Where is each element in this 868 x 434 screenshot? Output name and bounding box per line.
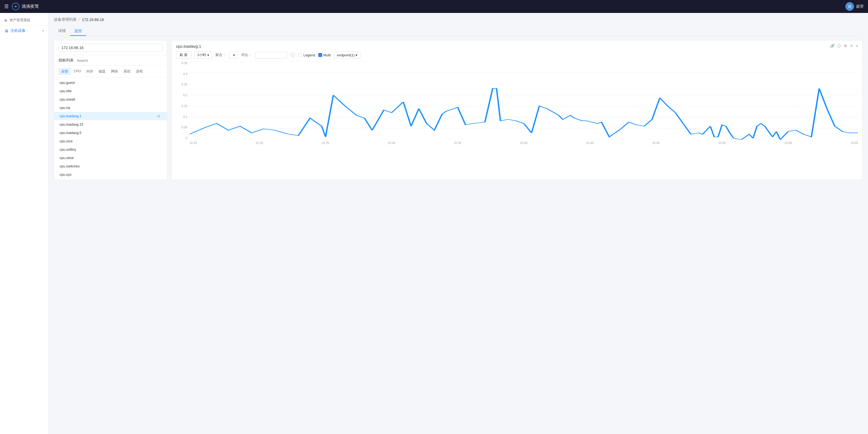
category-tabs: 全部 CPU 内存 磁盘 网络 系统 进程 (54, 66, 167, 78)
main-content: 设备管理列表 / 172.16.66.16 详情 监控 指标列表 全部 (49, 13, 868, 434)
chevron-down-icon: ▾ (42, 29, 44, 33)
metric-item[interactable]: cpu.nice (54, 137, 167, 145)
sidebar-item-label: 主机设备 (10, 28, 40, 33)
cat-tab-memory[interactable]: 内存 (84, 68, 96, 75)
x-axis-label: 22:35 (454, 141, 462, 148)
chevron-down-icon: ▾ (233, 53, 235, 57)
metric-item[interactable]: cpu.softirq (54, 145, 167, 154)
tab-detail[interactable]: 详情 (54, 26, 70, 36)
breadcrumb-separator: / (79, 18, 80, 22)
app-title: 滴滴夜莺 (22, 4, 39, 9)
aggregate-label: 聚合： (215, 53, 226, 57)
breadcrumb-current: 172.16.66.16 (82, 18, 104, 22)
metric-item[interactable]: cpu.iowait (54, 95, 167, 103)
x-axis: 22:1522:2022:2522:3022:3522:4022:4522:50… (189, 141, 858, 148)
y-axis: 0.350.30.250.20.150.10.050 (176, 61, 189, 140)
cat-tab-all[interactable]: 全部 (59, 68, 71, 75)
chart-header: cpu.loadavg.1 🔗 ⓘ ⚙ ✕ ≡ (176, 44, 858, 49)
breadcrumb-parent[interactable]: 设备管理列表 (54, 17, 76, 22)
host-icon: 🖥 (4, 29, 8, 33)
metric-item[interactable]: cpu.irq (54, 103, 167, 112)
more-icon[interactable]: ≡ (856, 44, 858, 49)
x-axis-label: 22:45 (586, 141, 594, 148)
endpoint-value: endpoint(1) (337, 53, 355, 57)
search-input[interactable] (77, 59, 162, 63)
chevron-down-icon: ▾ (355, 53, 358, 57)
metric-item[interactable]: cpu.sys (54, 170, 167, 179)
y-axis-label: 0.05 (182, 126, 187, 129)
chart-toolbar: 刷 新 1小时 ▾ 聚合： ▾ 环比： i Legend ✓ (176, 51, 858, 59)
breadcrumb: 设备管理列表 / 172.16.66.16 (54, 17, 863, 22)
metric-item[interactable]: cpu.idle (54, 87, 167, 95)
y-axis-label: 0.25 (182, 83, 187, 86)
multi-checkbox[interactable]: ✓ (318, 53, 322, 57)
sidebar-system-icon: ⊞ (4, 18, 7, 22)
cat-tab-disk[interactable]: 磁盘 (96, 68, 108, 75)
x-axis-label: 22:15 (189, 141, 197, 148)
x-axis-label: 23:00 (784, 141, 792, 148)
x-axis-label: 22:25 (321, 141, 329, 148)
metric-item[interactable]: cpu.loadavg.5 (54, 129, 167, 137)
metric-item[interactable]: cpu.guest (54, 79, 167, 87)
top-navbar: ☰ 滴滴夜莺 超 超管 (0, 0, 868, 13)
cat-tab-system[interactable]: 系统 (121, 68, 133, 75)
x-axis-label: 22:40 (520, 141, 528, 148)
chart-svg (189, 61, 858, 140)
x-axis-label: 22:55 (718, 141, 726, 148)
compare-input[interactable] (255, 52, 287, 59)
cat-tab-network[interactable]: 网络 (108, 68, 121, 75)
content-area: 指标列表 全部 CPU 内存 磁盘 网络 系统 进程 cpu.guestcpu.… (54, 40, 863, 180)
close-icon[interactable]: ✕ (850, 44, 853, 49)
time-range-value: 1小时 (197, 53, 206, 57)
logo-icon (12, 3, 20, 10)
aggregate-select[interactable]: ▾ (229, 52, 238, 59)
info-circle-icon[interactable]: ⓘ (837, 44, 841, 49)
y-axis-label: 0.15 (182, 104, 187, 107)
multi-label: Multi (323, 53, 331, 57)
sidebar-item-host[interactable]: 🖥 主机设备 ▾ (0, 26, 48, 36)
x-axis-label: 23:05 (850, 141, 858, 148)
metric-item[interactable]: cpu.loadavg.1+1 (54, 112, 167, 120)
chevron-down-icon: ▾ (207, 53, 209, 57)
ip-input[interactable] (59, 44, 162, 52)
x-axis-label: 22:50 (652, 141, 660, 148)
chart-inner (189, 61, 858, 140)
legend-checkbox[interactable] (298, 53, 302, 57)
menu-icon[interactable]: ☰ (4, 3, 9, 9)
sidebar-system-label: ⊞ 资产管理系统 (0, 15, 48, 26)
y-axis-label: 0.3 (183, 72, 187, 75)
cat-tab-cpu[interactable]: CPU (71, 68, 84, 75)
metric-item[interactable]: cpu.steal (54, 154, 167, 162)
user-area: 超 超管 (845, 2, 864, 11)
tab-bar: 详情 监控 (54, 26, 863, 36)
cat-tab-process[interactable]: 进程 (133, 68, 146, 75)
tab-monitor[interactable]: 监控 (70, 26, 86, 36)
x-axis-label: 22:20 (255, 141, 263, 148)
y-axis-label: 0.35 (182, 61, 187, 65)
avatar: 超 (845, 2, 854, 11)
link-icon[interactable]: 🔗 (830, 44, 835, 49)
refresh-button[interactable]: 刷 新 (176, 51, 191, 59)
user-label: 超管 (856, 4, 864, 9)
metric-item[interactable]: cpu.loadavg.15 (54, 120, 167, 129)
metrics-list: cpu.guestcpu.idlecpu.iowaitcpu.irqcpu.lo… (54, 78, 167, 180)
chart-area: 0.350.30.250.20.150.10.050 (176, 61, 858, 148)
left-panel: 指标列表 全部 CPU 内存 磁盘 网络 系统 进程 cpu.guestcpu.… (54, 40, 167, 180)
sidebar: ⊞ 资产管理系统 🖥 主机设备 ▾ (0, 13, 49, 434)
right-panel: cpu.loadavg.1 🔗 ⓘ ⚙ ✕ ≡ 刷 新 1小时 ▾ 聚合： (172, 40, 863, 180)
multi-area: ✓ Multi (318, 53, 331, 57)
y-axis-label: 0 (186, 136, 187, 140)
metric-item[interactable]: cpu.switches (54, 162, 167, 170)
ip-input-area (54, 40, 167, 55)
y-axis-label: 0.2 (183, 94, 187, 97)
chart-title: cpu.loadavg.1 (176, 44, 201, 49)
legend-area: Legend (298, 53, 315, 57)
metrics-section: 指标列表 全部 CPU 内存 磁盘 网络 系统 进程 cpu.guestcpu.… (54, 55, 167, 180)
logo-area: 滴滴夜莺 (12, 3, 39, 10)
endpoint-select[interactable]: endpoint(1) ▾ (334, 52, 361, 59)
chart-header-icons: 🔗 ⓘ ⚙ ✕ ≡ (830, 44, 858, 49)
compare-info-icon[interactable]: i (290, 53, 295, 57)
settings-icon[interactable]: ⚙ (844, 44, 847, 49)
time-range-select[interactable]: 1小时 ▾ (194, 51, 212, 59)
legend-label: Legend (304, 53, 315, 57)
